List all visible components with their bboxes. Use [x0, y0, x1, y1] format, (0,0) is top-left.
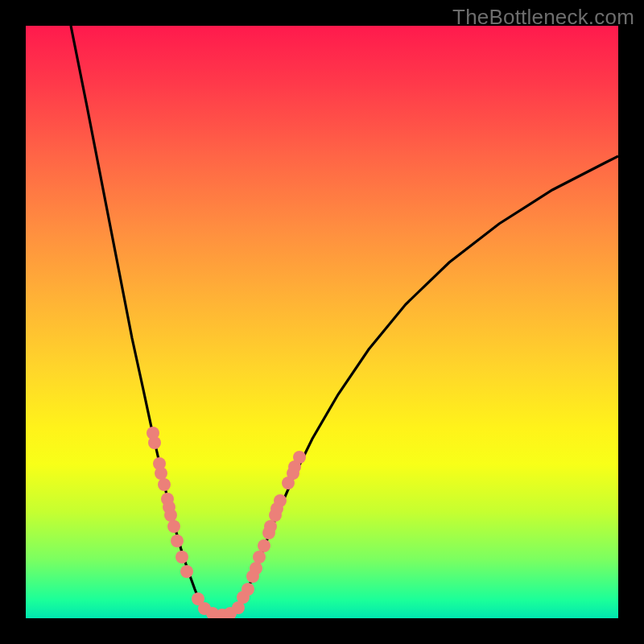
- data-point-dot: [180, 565, 193, 578]
- left-curve-path: [71, 26, 201, 605]
- chart-svg: [26, 26, 618, 618]
- data-point-dot: [167, 520, 180, 533]
- data-point-dot: [155, 467, 167, 480]
- right-curve-path: [240, 156, 618, 605]
- data-point-dot: [253, 551, 266, 564]
- right-dot-cluster: [232, 451, 306, 614]
- data-point-dot: [164, 509, 177, 522]
- data-point-dot: [274, 494, 287, 507]
- data-point-dot: [293, 451, 306, 464]
- data-point-dot: [175, 551, 188, 564]
- data-point-dot: [158, 478, 171, 491]
- chart-frame: TheBottleneck.com: [0, 0, 644, 644]
- data-point-dot: [148, 436, 161, 449]
- plot-area: [26, 26, 618, 618]
- left-dot-cluster: [147, 427, 237, 618]
- data-point-dot: [171, 535, 184, 547]
- data-point-dot: [250, 562, 262, 575]
- data-point-dot: [264, 520, 277, 533]
- data-point-dot: [258, 539, 270, 552]
- data-point-dot: [242, 583, 254, 596]
